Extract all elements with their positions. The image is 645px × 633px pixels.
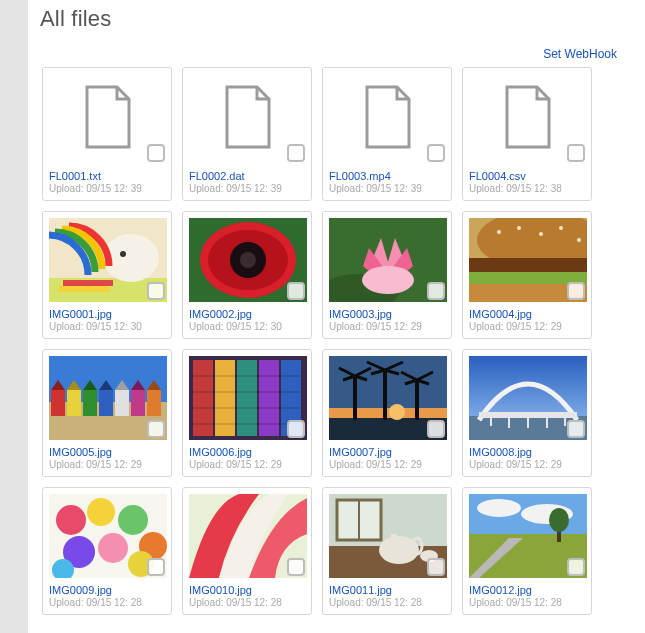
file-upload-meta: Upload: 09/15 12: 28 <box>329 597 445 608</box>
svg-rect-26 <box>51 390 65 416</box>
file-name-link[interactable]: IMG0005.jpg <box>49 446 165 458</box>
file-card[interactable]: FL0001.txtUpload: 09/15 12: 39 <box>42 67 172 201</box>
svg-point-91 <box>549 508 569 532</box>
svg-rect-28 <box>67 390 81 416</box>
svg-point-22 <box>559 226 563 230</box>
svg-point-69 <box>118 505 148 535</box>
file-name-link[interactable]: IMG0003.jpg <box>329 308 445 320</box>
select-checkbox[interactable] <box>147 420 165 438</box>
file-upload-meta: Upload: 09/15 12: 28 <box>469 597 585 608</box>
file-upload-meta: Upload: 09/15 12: 29 <box>189 459 305 470</box>
file-upload-meta: Upload: 09/15 12: 29 <box>329 459 445 470</box>
file-card[interactable]: IMG0011.jpgUpload: 09/15 12: 28 <box>322 487 452 615</box>
file-card[interactable]: IMG0006.jpgUpload: 09/15 12: 29 <box>182 349 312 477</box>
file-name-link[interactable]: IMG0008.jpg <box>469 446 585 458</box>
file-card[interactable]: FL0002.datUpload: 09/15 12: 39 <box>182 67 312 201</box>
select-checkbox[interactable] <box>427 558 445 576</box>
select-checkbox[interactable] <box>287 144 305 162</box>
svg-point-72 <box>98 533 128 563</box>
select-checkbox[interactable] <box>567 282 585 300</box>
file-card[interactable]: IMG0008.jpgUpload: 09/15 12: 29 <box>462 349 592 477</box>
file-upload-meta: Upload: 09/15 12: 29 <box>49 459 165 470</box>
file-name-link[interactable]: IMG0011.jpg <box>329 584 445 596</box>
file-name-link[interactable]: IMG0002.jpg <box>189 308 305 320</box>
file-card[interactable]: IMG0012.jpgUpload: 09/15 12: 28 <box>462 487 592 615</box>
svg-point-5 <box>120 251 126 257</box>
svg-rect-30 <box>83 390 97 416</box>
file-card[interactable]: IMG0004.jpgUpload: 09/15 12: 29 <box>462 211 592 339</box>
svg-rect-36 <box>131 390 145 416</box>
svg-point-23 <box>577 238 581 242</box>
svg-point-13 <box>362 266 414 294</box>
select-checkbox[interactable] <box>147 144 165 162</box>
file-name-link[interactable]: IMG0001.jpg <box>49 308 165 320</box>
select-checkbox[interactable] <box>427 282 445 300</box>
file-upload-meta: Upload: 09/15 12: 38 <box>469 183 585 194</box>
file-card[interactable]: FL0004.csvUpload: 09/15 12: 38 <box>462 67 592 201</box>
file-card[interactable]: IMG0007.jpgUpload: 09/15 12: 29 <box>322 349 452 477</box>
thumbnail <box>329 494 447 578</box>
select-checkbox[interactable] <box>287 558 305 576</box>
select-checkbox[interactable] <box>147 282 165 300</box>
svg-rect-82 <box>391 534 397 542</box>
thumbnail <box>49 494 167 578</box>
file-icon <box>189 74 307 164</box>
file-name-link[interactable]: FL0004.csv <box>469 170 585 182</box>
file-card[interactable]: IMG0001.jpgUpload: 09/15 12: 30 <box>42 211 172 339</box>
select-checkbox[interactable] <box>427 420 445 438</box>
svg-rect-32 <box>99 390 113 416</box>
file-card[interactable]: IMG0009.jpgUpload: 09/15 12: 28 <box>42 487 172 615</box>
file-upload-meta: Upload: 09/15 12: 39 <box>49 183 165 194</box>
file-card[interactable]: IMG0005.jpgUpload: 09/15 12: 29 <box>42 349 172 477</box>
select-checkbox[interactable] <box>287 420 305 438</box>
svg-rect-38 <box>147 390 161 416</box>
file-name-link[interactable]: FL0003.mp4 <box>329 170 445 182</box>
file-name-link[interactable]: IMG0010.jpg <box>189 584 305 596</box>
file-name-link[interactable]: FL0002.dat <box>189 170 305 182</box>
file-name-link[interactable]: IMG0012.jpg <box>469 584 585 596</box>
thumbnail <box>49 356 167 440</box>
file-name-link[interactable]: IMG0009.jpg <box>49 584 165 596</box>
file-upload-meta: Upload: 09/15 12: 29 <box>469 459 585 470</box>
page-title: All files <box>40 6 625 32</box>
set-webhook-link[interactable]: Set WebHook <box>543 47 617 61</box>
file-name-link[interactable]: IMG0004.jpg <box>469 308 585 320</box>
file-upload-meta: Upload: 09/15 12: 29 <box>329 321 445 332</box>
file-card[interactable]: IMG0002.jpgUpload: 09/15 12: 30 <box>182 211 312 339</box>
thumbnail <box>189 218 307 302</box>
thumbnail <box>469 218 587 302</box>
file-card[interactable]: IMG0003.jpgUpload: 09/15 12: 29 <box>322 211 452 339</box>
svg-rect-34 <box>115 390 129 416</box>
file-name-link[interactable]: FL0001.txt <box>49 170 165 182</box>
file-icon <box>49 74 167 164</box>
select-checkbox[interactable] <box>147 558 165 576</box>
svg-rect-3 <box>63 280 113 286</box>
thumbnail <box>189 494 307 578</box>
select-checkbox[interactable] <box>427 144 445 162</box>
file-upload-meta: Upload: 09/15 12: 39 <box>329 183 445 194</box>
file-name-link[interactable]: IMG0007.jpg <box>329 446 445 458</box>
svg-point-54 <box>389 404 405 420</box>
thumbnail <box>469 356 587 440</box>
file-icon <box>469 74 587 164</box>
select-checkbox[interactable] <box>567 558 585 576</box>
select-checkbox[interactable] <box>287 282 305 300</box>
file-icon <box>329 74 447 164</box>
file-upload-meta: Upload: 09/15 12: 39 <box>189 183 305 194</box>
svg-rect-43 <box>215 360 235 436</box>
thumbnail <box>469 494 587 578</box>
file-upload-meta: Upload: 09/15 12: 29 <box>469 321 585 332</box>
file-name-link[interactable]: IMG0006.jpg <box>189 446 305 458</box>
file-card[interactable]: FL0003.mp4Upload: 09/15 12: 39 <box>322 67 452 201</box>
thumbnail <box>189 356 307 440</box>
svg-rect-51 <box>329 356 447 408</box>
file-card[interactable]: IMG0010.jpgUpload: 09/15 12: 28 <box>182 487 312 615</box>
svg-point-86 <box>477 499 521 517</box>
select-checkbox[interactable] <box>567 420 585 438</box>
svg-point-67 <box>56 505 86 535</box>
svg-point-68 <box>87 498 115 526</box>
svg-rect-2 <box>59 286 109 292</box>
select-checkbox[interactable] <box>567 144 585 162</box>
svg-point-20 <box>517 226 521 230</box>
svg-point-10 <box>240 252 256 268</box>
